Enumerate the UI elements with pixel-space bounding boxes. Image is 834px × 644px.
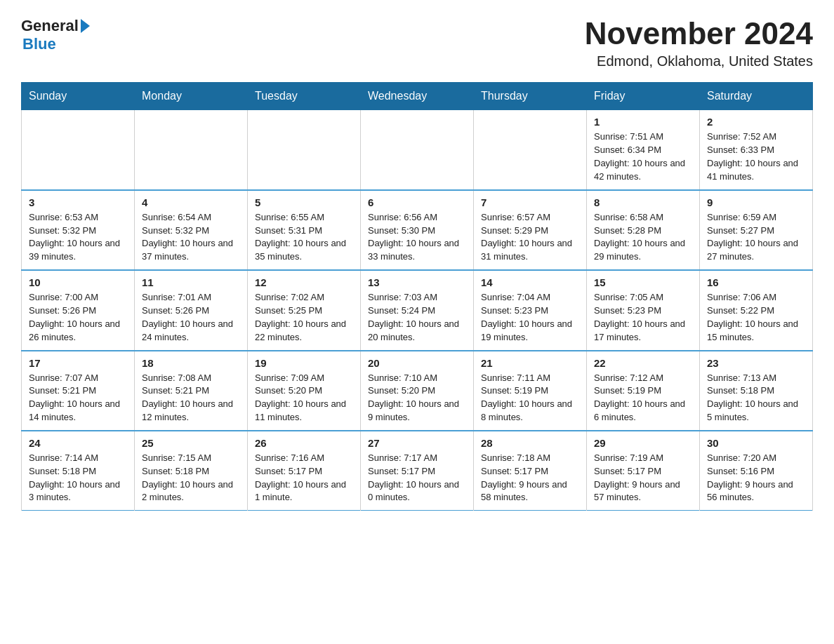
calendar-subtitle: Edmond, Oklahoma, United States <box>585 53 813 69</box>
col-header-wednesday: Wednesday <box>361 83 474 110</box>
day-info: Sunrise: 7:14 AM Sunset: 5:18 PM Dayligh… <box>29 452 127 504</box>
day-cell: 15Sunrise: 7:05 AM Sunset: 5:23 PM Dayli… <box>587 270 700 350</box>
day-cell: 24Sunrise: 7:14 AM Sunset: 5:18 PM Dayli… <box>22 431 135 511</box>
calendar-table: SundayMondayTuesdayWednesdayThursdayFrid… <box>21 82 813 511</box>
day-number: 21 <box>481 357 579 369</box>
day-cell: 9Sunrise: 6:59 AM Sunset: 5:27 PM Daylig… <box>700 190 813 270</box>
week-row-3: 10Sunrise: 7:00 AM Sunset: 5:26 PM Dayli… <box>22 270 813 350</box>
day-info: Sunrise: 7:18 AM Sunset: 5:17 PM Dayligh… <box>481 452 579 504</box>
day-info: Sunrise: 7:06 AM Sunset: 5:22 PM Dayligh… <box>707 291 805 344</box>
page-header: General Blue November 2024 Edmond, Oklah… <box>21 17 813 69</box>
day-cell: 18Sunrise: 7:08 AM Sunset: 5:21 PM Dayli… <box>135 351 248 431</box>
day-cell: 16Sunrise: 7:06 AM Sunset: 5:22 PM Dayli… <box>700 270 813 350</box>
day-number: 10 <box>29 276 127 288</box>
day-number: 8 <box>594 196 692 208</box>
day-number: 28 <box>481 437 579 449</box>
day-info: Sunrise: 7:10 AM Sunset: 5:20 PM Dayligh… <box>368 372 466 424</box>
day-info: Sunrise: 7:05 AM Sunset: 5:23 PM Dayligh… <box>594 291 692 344</box>
day-info: Sunrise: 7:15 AM Sunset: 5:18 PM Dayligh… <box>142 452 240 504</box>
logo: General Blue <box>21 17 92 53</box>
day-cell: 12Sunrise: 7:02 AM Sunset: 5:25 PM Dayli… <box>248 270 361 350</box>
day-number: 5 <box>255 196 353 208</box>
day-number: 2 <box>707 116 805 128</box>
day-info: Sunrise: 7:12 AM Sunset: 5:19 PM Dayligh… <box>594 372 692 424</box>
day-cell: 17Sunrise: 7:07 AM Sunset: 5:21 PM Dayli… <box>22 351 135 431</box>
day-number: 13 <box>368 276 466 288</box>
day-info: Sunrise: 6:58 AM Sunset: 5:28 PM Dayligh… <box>594 211 692 264</box>
logo-triangle-icon <box>81 19 90 33</box>
day-number: 29 <box>594 437 692 449</box>
day-number: 17 <box>29 357 127 369</box>
day-number: 30 <box>707 437 805 449</box>
day-cell: 14Sunrise: 7:04 AM Sunset: 5:23 PM Dayli… <box>474 270 587 350</box>
day-info: Sunrise: 7:13 AM Sunset: 5:18 PM Dayligh… <box>707 372 805 424</box>
day-info: Sunrise: 7:09 AM Sunset: 5:20 PM Dayligh… <box>255 372 353 424</box>
col-header-saturday: Saturday <box>700 83 813 110</box>
day-info: Sunrise: 7:52 AM Sunset: 6:33 PM Dayligh… <box>707 130 805 183</box>
day-cell: 5Sunrise: 6:55 AM Sunset: 5:31 PM Daylig… <box>248 190 361 270</box>
day-info: Sunrise: 7:00 AM Sunset: 5:26 PM Dayligh… <box>29 291 127 344</box>
day-number: 6 <box>368 196 466 208</box>
col-header-sunday: Sunday <box>22 83 135 110</box>
day-info: Sunrise: 7:20 AM Sunset: 5:16 PM Dayligh… <box>707 452 805 504</box>
day-info: Sunrise: 7:07 AM Sunset: 5:21 PM Dayligh… <box>29 372 127 424</box>
day-number: 22 <box>594 357 692 369</box>
day-number: 27 <box>368 437 466 449</box>
day-number: 7 <box>481 196 579 208</box>
week-row-2: 3Sunrise: 6:53 AM Sunset: 5:32 PM Daylig… <box>22 190 813 270</box>
day-cell: 4Sunrise: 6:54 AM Sunset: 5:32 PM Daylig… <box>135 190 248 270</box>
day-number: 19 <box>255 357 353 369</box>
day-info: Sunrise: 7:17 AM Sunset: 5:17 PM Dayligh… <box>368 452 466 504</box>
day-number: 12 <box>255 276 353 288</box>
day-cell <box>22 110 135 190</box>
day-cell: 8Sunrise: 6:58 AM Sunset: 5:28 PM Daylig… <box>587 190 700 270</box>
week-row-5: 24Sunrise: 7:14 AM Sunset: 5:18 PM Dayli… <box>22 431 813 511</box>
day-cell: 10Sunrise: 7:00 AM Sunset: 5:26 PM Dayli… <box>22 270 135 350</box>
day-number: 9 <box>707 196 805 208</box>
day-info: Sunrise: 6:54 AM Sunset: 5:32 PM Dayligh… <box>142 211 240 264</box>
day-number: 24 <box>29 437 127 449</box>
day-cell: 6Sunrise: 6:56 AM Sunset: 5:30 PM Daylig… <box>361 190 474 270</box>
day-number: 15 <box>594 276 692 288</box>
col-header-thursday: Thursday <box>474 83 587 110</box>
day-cell: 27Sunrise: 7:17 AM Sunset: 5:17 PM Dayli… <box>361 431 474 511</box>
day-info: Sunrise: 6:53 AM Sunset: 5:32 PM Dayligh… <box>29 211 127 264</box>
day-number: 1 <box>594 116 692 128</box>
day-info: Sunrise: 6:55 AM Sunset: 5:31 PM Dayligh… <box>255 211 353 264</box>
day-info: Sunrise: 7:02 AM Sunset: 5:25 PM Dayligh… <box>255 291 353 344</box>
day-cell <box>248 110 361 190</box>
day-cell: 26Sunrise: 7:16 AM Sunset: 5:17 PM Dayli… <box>248 431 361 511</box>
day-number: 26 <box>255 437 353 449</box>
day-cell: 21Sunrise: 7:11 AM Sunset: 5:19 PM Dayli… <box>474 351 587 431</box>
day-info: Sunrise: 7:03 AM Sunset: 5:24 PM Dayligh… <box>368 291 466 344</box>
day-info: Sunrise: 7:11 AM Sunset: 5:19 PM Dayligh… <box>481 372 579 424</box>
title-block: November 2024 Edmond, Oklahoma, United S… <box>585 17 813 69</box>
day-cell: 25Sunrise: 7:15 AM Sunset: 5:18 PM Dayli… <box>135 431 248 511</box>
day-headers-row: SundayMondayTuesdayWednesdayThursdayFrid… <box>22 83 813 110</box>
day-info: Sunrise: 7:51 AM Sunset: 6:34 PM Dayligh… <box>594 130 692 183</box>
day-cell: 20Sunrise: 7:10 AM Sunset: 5:20 PM Dayli… <box>361 351 474 431</box>
day-cell <box>361 110 474 190</box>
day-number: 20 <box>368 357 466 369</box>
day-cell: 1Sunrise: 7:51 AM Sunset: 6:34 PM Daylig… <box>587 110 700 190</box>
day-cell: 11Sunrise: 7:01 AM Sunset: 5:26 PM Dayli… <box>135 270 248 350</box>
day-number: 4 <box>142 196 240 208</box>
col-header-monday: Monday <box>135 83 248 110</box>
day-info: Sunrise: 6:57 AM Sunset: 5:29 PM Dayligh… <box>481 211 579 264</box>
day-number: 23 <box>707 357 805 369</box>
day-number: 11 <box>142 276 240 288</box>
calendar-title: November 2024 <box>585 17 813 51</box>
day-info: Sunrise: 7:01 AM Sunset: 5:26 PM Dayligh… <box>142 291 240 344</box>
logo-general-text: General <box>21 17 79 35</box>
day-cell: 7Sunrise: 6:57 AM Sunset: 5:29 PM Daylig… <box>474 190 587 270</box>
day-info: Sunrise: 6:56 AM Sunset: 5:30 PM Dayligh… <box>368 211 466 264</box>
logo-blue-text: Blue <box>22 35 56 53</box>
day-info: Sunrise: 6:59 AM Sunset: 5:27 PM Dayligh… <box>707 211 805 264</box>
day-number: 16 <box>707 276 805 288</box>
day-cell: 19Sunrise: 7:09 AM Sunset: 5:20 PM Dayli… <box>248 351 361 431</box>
day-cell: 29Sunrise: 7:19 AM Sunset: 5:17 PM Dayli… <box>587 431 700 511</box>
day-info: Sunrise: 7:08 AM Sunset: 5:21 PM Dayligh… <box>142 372 240 424</box>
day-number: 3 <box>29 196 127 208</box>
day-cell: 2Sunrise: 7:52 AM Sunset: 6:33 PM Daylig… <box>700 110 813 190</box>
day-number: 18 <box>142 357 240 369</box>
